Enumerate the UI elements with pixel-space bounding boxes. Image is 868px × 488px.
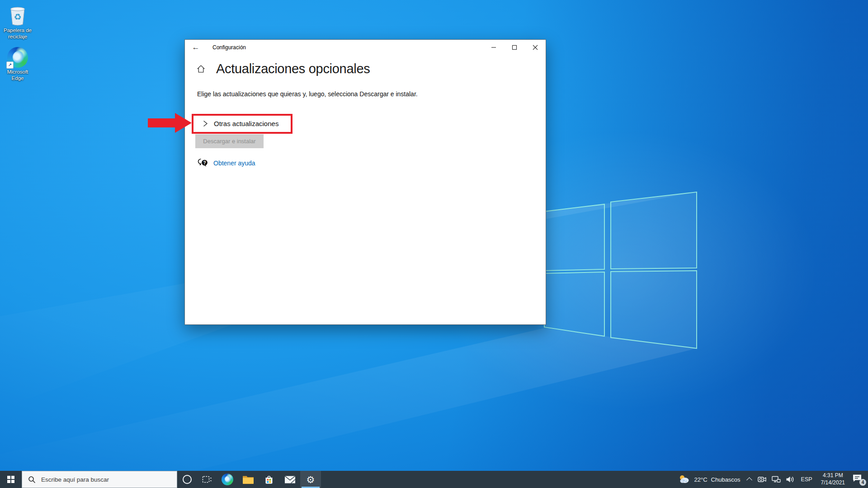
- search-icon: [28, 476, 36, 483]
- get-help-link[interactable]: Obtener ayuda: [213, 160, 255, 167]
- page-description: Elige las actualizaciones que quieras y,…: [197, 90, 418, 98]
- close-button[interactable]: [525, 40, 546, 55]
- show-hidden-icons-chevron[interactable]: [746, 477, 752, 483]
- recycle-bin-icon: ♻: [0, 4, 35, 26]
- desktop-icon-label: Papelera de reciclaje: [0, 28, 35, 40]
- maximize-icon: [512, 45, 517, 50]
- back-button[interactable]: ←: [185, 40, 207, 55]
- close-icon: [533, 45, 538, 50]
- home-icon: [197, 65, 205, 73]
- system-tray: 22°C Chubascos: [679, 471, 868, 488]
- desktop-icon-label: Microsoft Edge: [0, 69, 35, 81]
- weather-widget[interactable]: 22°C Chubascos: [679, 474, 741, 484]
- get-help-icon: ?: [197, 158, 208, 168]
- desktop-icon-microsoft-edge[interactable]: ↗ Microsoft Edge: [0, 45, 35, 81]
- tray-date: 7/14/2021: [821, 479, 845, 487]
- settings-window: ← Configuración: [184, 39, 546, 325]
- windows-logo-icon: [7, 476, 14, 483]
- tray-clock[interactable]: 4:31 PM 7/14/2021: [818, 472, 848, 486]
- notification-count-badge: 4: [859, 479, 866, 486]
- maximize-button[interactable]: [504, 40, 525, 55]
- taskbar-edge-button[interactable]: [217, 471, 238, 488]
- file-explorer-icon: [242, 475, 254, 484]
- taskbar-file-explorer-button[interactable]: [238, 471, 259, 488]
- minimize-icon: [491, 45, 496, 50]
- weather-icon: [679, 474, 691, 484]
- cortana-button[interactable]: [177, 471, 197, 488]
- window-title: Configuración: [212, 44, 246, 51]
- expander-otras-actualizaciones[interactable]: Otras actualizaciones: [203, 117, 278, 129]
- taskbar-store-button[interactable]: [259, 471, 279, 488]
- gear-icon: ⚙: [307, 475, 315, 484]
- expander-label: Otras actualizaciones: [214, 120, 278, 127]
- window-titlebar: ← Configuración: [185, 40, 546, 55]
- taskbar-settings-button[interactable]: ⚙: [300, 471, 321, 488]
- shortcut-arrow-icon: ↗: [6, 61, 14, 69]
- desktop: ♻ Papelera de reciclaje ↗ Microsoft Edge…: [0, 0, 868, 488]
- tray-temperature: 22°C: [694, 476, 708, 483]
- page-title: Actualizaciones opcionales: [216, 61, 370, 76]
- taskbar-mail-button[interactable]: [279, 471, 300, 488]
- download-install-button[interactable]: Descargar e instalar: [195, 134, 264, 148]
- taskbar: ⚙ 22°C Chubascos: [0, 471, 868, 488]
- tray-weather-condition: Chubascos: [711, 476, 741, 483]
- svg-text:♻: ♻: [14, 12, 21, 22]
- microsoft-store-icon: [264, 474, 274, 485]
- task-view-icon: [202, 475, 212, 483]
- cortana-icon: [183, 475, 192, 484]
- start-button[interactable]: [0, 471, 22, 488]
- chevron-right-icon: [203, 120, 208, 127]
- edge-icon: [222, 474, 233, 485]
- notification-center-button[interactable]: 4: [852, 474, 865, 485]
- volume-icon[interactable]: [785, 476, 795, 483]
- tray-time: 4:31 PM: [823, 472, 843, 479]
- network-icon[interactable]: [771, 476, 781, 483]
- language-indicator[interactable]: ESP: [799, 476, 814, 483]
- window-controls: [483, 40, 546, 55]
- desktop-icon-recycle-bin[interactable]: ♻ Papelera de reciclaje: [0, 4, 35, 40]
- edge-logo-icon: ↗: [7, 47, 28, 68]
- taskbar-search[interactable]: [22, 471, 177, 488]
- mail-icon: [284, 475, 296, 484]
- search-input[interactable]: [40, 476, 164, 483]
- svg-text:?: ?: [203, 160, 206, 165]
- meet-now-icon[interactable]: [757, 476, 767, 483]
- minimize-button[interactable]: [483, 40, 504, 55]
- task-view-button[interactable]: [197, 471, 217, 488]
